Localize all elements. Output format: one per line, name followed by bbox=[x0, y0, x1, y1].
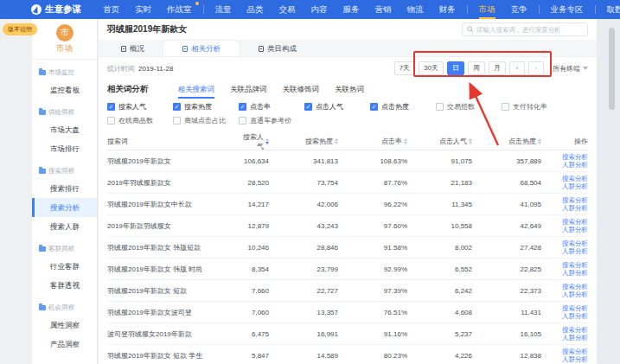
metric-trade-index[interactable]: 交易指数 bbox=[436, 102, 502, 112]
crowd-analysis-link[interactable]: 人群分析 bbox=[562, 247, 588, 255]
date-btn-week[interactable]: 周 bbox=[468, 61, 485, 75]
metric-click-heat[interactable]: ✓点击热度 bbox=[370, 102, 436, 112]
nav-item-marketing[interactable]: 营销 bbox=[368, 0, 399, 19]
metric-search-popularity[interactable]: ✓搜索人气 bbox=[107, 102, 173, 112]
col-search-popularity[interactable]: 搜索人气 bbox=[237, 132, 269, 151]
metric-ztc-price[interactable]: 直通车参考价 bbox=[239, 116, 304, 125]
sidebar-item-industry-customer[interactable]: 行业客群 bbox=[32, 257, 97, 276]
tab-related-analysis[interactable]: 相关分析 bbox=[163, 41, 240, 56]
metric-click-rate[interactable]: ✓点击率 bbox=[239, 102, 304, 112]
search-analysis-link[interactable]: 搜索分析 bbox=[562, 196, 588, 204]
col-click-rate[interactable]: 点击率 bbox=[338, 137, 407, 146]
metric-online-items[interactable]: 在线商品数 bbox=[107, 116, 173, 125]
metric-row-2: 在线商品数 商城点击占比 直通车参考价 bbox=[107, 116, 588, 125]
checkbox-unchecked-icon bbox=[436, 103, 444, 111]
search-analysis-link[interactable]: 搜索分析 bbox=[562, 218, 588, 226]
scrollbar-thumb[interactable] bbox=[609, 28, 615, 110]
sidebar-group-search-insight: 搜索洞察 搜索排行 搜索分析 搜索人群 bbox=[32, 163, 97, 236]
crowd-analysis-link[interactable]: 人群分析 bbox=[562, 204, 588, 212]
col-search-heat[interactable]: 搜索热度 bbox=[269, 137, 338, 146]
subtab-related-search-words[interactable]: 相关搜索词 bbox=[178, 80, 215, 99]
market-module-icon: 市 bbox=[56, 24, 74, 42]
sidebar-group-label: 搜索洞察 bbox=[32, 163, 97, 179]
nav-item-home[interactable]: 首页 bbox=[95, 0, 127, 19]
sidebar-item-customer-view[interactable]: 客群透视 bbox=[32, 276, 97, 295]
folder-icon bbox=[39, 110, 46, 115]
nav-item-traffic[interactable]: 流量 bbox=[208, 0, 240, 19]
nav-item-realtime[interactable]: 实时 bbox=[127, 0, 159, 19]
metric-click-popularity[interactable]: ✓点击人气 bbox=[304, 102, 370, 112]
date-btn-month[interactable]: 月 bbox=[489, 61, 506, 75]
search-analysis-link[interactable]: 搜索分析 bbox=[562, 283, 588, 291]
nav-item-category[interactable]: 品类 bbox=[240, 0, 272, 19]
nav-item-compete[interactable]: 竞争 bbox=[503, 0, 535, 19]
nav-item-market[interactable]: 市场 bbox=[471, 0, 503, 19]
search-icon bbox=[467, 26, 474, 33]
metric-search-heat[interactable]: ✓搜索热度 bbox=[173, 102, 239, 112]
nav-item-logistics[interactable]: 物流 bbox=[399, 0, 431, 19]
search-analysis-link[interactable]: 搜索分析 bbox=[562, 326, 588, 334]
sidebar-item-search-crowd[interactable]: 搜索人群 bbox=[32, 217, 97, 236]
subtab-modifier-words[interactable]: 关联修饰词 bbox=[283, 80, 320, 99]
sidebar-item-market-overview[interactable]: 市场大盘 bbox=[32, 120, 97, 139]
search-analysis-link[interactable]: 搜索分析 bbox=[562, 348, 588, 355]
search-input[interactable] bbox=[476, 26, 583, 34]
metric-mall-click-share[interactable]: 商城点击占比 bbox=[173, 116, 239, 125]
nav-item-biz-zone[interactable]: 业务专区 bbox=[543, 0, 591, 19]
crowd-analysis-link[interactable]: 人群分析 bbox=[562, 355, 588, 363]
app-logo: 生意参谋 bbox=[31, 3, 81, 16]
sidebar-item-attribute-insight[interactable]: 属性洞察 bbox=[32, 316, 97, 335]
nav-divider bbox=[467, 5, 468, 14]
sidebar-group-label: 市场监控 bbox=[32, 65, 97, 80]
sidebar-item-monitor-board[interactable]: 监控看板 bbox=[32, 80, 97, 99]
nav-item-service[interactable]: 服务 bbox=[336, 0, 368, 19]
checkbox-checked-icon: ✓ bbox=[239, 103, 246, 111]
related-words-section: 相关词分析 相关搜索词 关联品牌词 关联修饰词 关联热词 bbox=[99, 80, 597, 99]
date-prev-button[interactable]: ‹ bbox=[509, 61, 525, 75]
section-title: 相关词分析 bbox=[107, 84, 149, 95]
crowd-analysis-link[interactable]: 人群分析 bbox=[562, 291, 588, 298]
search-analysis-link[interactable]: 搜索分析 bbox=[562, 239, 588, 247]
crowd-analysis-link[interactable]: 人群分析 bbox=[562, 334, 588, 342]
nav-divider bbox=[595, 5, 596, 14]
nav-item-war-room[interactable]: 作战室 bbox=[159, 0, 200, 19]
main-tabs: 概况 相关分析 类目构成 bbox=[99, 40, 597, 57]
sidebar-group-customer-insight: 客群洞察 行业客群 客群透视 bbox=[32, 241, 97, 295]
subtab-brand-words[interactable]: 关联品牌词 bbox=[230, 80, 267, 99]
search-analysis-link[interactable]: 搜索分析 bbox=[562, 153, 588, 161]
checkbox-unchecked-icon bbox=[239, 117, 246, 125]
sidebar-item-search-ranking[interactable]: 搜索排行 bbox=[32, 179, 97, 198]
nav-item-finance[interactable]: 财务 bbox=[431, 0, 463, 19]
tab-overview[interactable]: 概况 bbox=[102, 41, 163, 56]
checkbox-checked-icon: ✓ bbox=[304, 103, 312, 111]
date-next-button[interactable]: › bbox=[528, 61, 544, 75]
search-analysis-link[interactable]: 搜索分析 bbox=[562, 261, 588, 269]
sidebar-item-market-ranking[interactable]: 市场排行 bbox=[32, 139, 97, 158]
tab-category-composition[interactable]: 类目构成 bbox=[240, 41, 316, 56]
crowd-analysis-link[interactable]: 人群分析 bbox=[562, 269, 588, 277]
nav-item-data-fetch[interactable]: 取数 bbox=[599, 0, 620, 19]
date-btn-day[interactable]: 日 bbox=[447, 61, 464, 75]
sidebar-item-product-insight[interactable]: 产品洞察 bbox=[32, 335, 97, 354]
folder-icon bbox=[39, 246, 46, 252]
date-btn-30d[interactable]: 30天 bbox=[419, 61, 444, 75]
terminal-filter-dropdown[interactable]: 所有终端 bbox=[553, 64, 588, 73]
crowd-analysis-link[interactable]: 人群分析 bbox=[562, 312, 588, 320]
keyword-search-box[interactable] bbox=[462, 22, 588, 36]
search-analysis-link[interactable]: 搜索分析 bbox=[562, 304, 588, 312]
sidebar-group-supply-insight: 供给洞察 市场大盘 市场排行 bbox=[32, 105, 97, 158]
search-analysis-link[interactable]: 搜索分析 bbox=[562, 175, 588, 182]
nav-item-trade[interactable]: 交易 bbox=[272, 0, 304, 19]
nav-item-content[interactable]: 内容 bbox=[304, 0, 336, 19]
crowd-analysis-link[interactable]: 人群分析 bbox=[562, 182, 588, 190]
sidebar-item-search-analysis[interactable]: 搜索分析 bbox=[32, 198, 97, 217]
col-click-heat[interactable]: 点击热度 bbox=[472, 137, 541, 146]
date-btn-7d[interactable]: 7天 bbox=[394, 61, 415, 75]
crowd-analysis-link[interactable]: 人群分析 bbox=[562, 226, 588, 233]
doc-icon bbox=[259, 46, 264, 52]
version-note-badge[interactable]: 版本说明 bbox=[3, 23, 37, 35]
metric-pay-conversion[interactable]: 支付转化率 bbox=[502, 102, 567, 112]
col-click-popularity[interactable]: 点击人气 bbox=[407, 137, 472, 146]
crowd-analysis-link[interactable]: 人群分析 bbox=[562, 161, 588, 169]
subtab-hot-words[interactable]: 关联热词 bbox=[335, 80, 364, 99]
